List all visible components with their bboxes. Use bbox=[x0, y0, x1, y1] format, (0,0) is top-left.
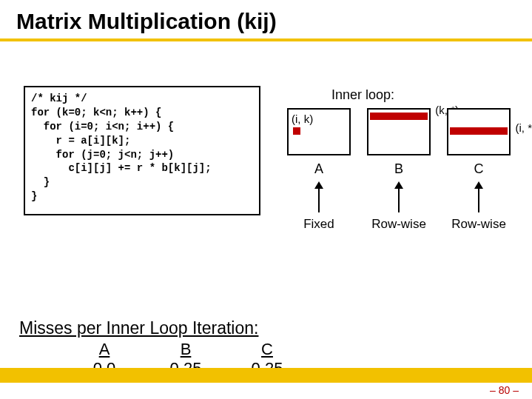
fixed-dot-icon bbox=[293, 127, 300, 135]
row-band-icon bbox=[450, 127, 508, 135]
matrix-a-block: (i, k) A Fixed bbox=[287, 108, 351, 232]
matrix-a-name: A bbox=[287, 161, 351, 177]
arrow-up-icon bbox=[318, 183, 320, 212]
matrix-a-pattern: Fixed bbox=[287, 217, 351, 232]
misses-title: Misses per Inner Loop Iteration: bbox=[19, 318, 308, 338]
matrix-c-name: C bbox=[447, 161, 511, 177]
matrix-a: (i, k) bbox=[287, 108, 351, 155]
content-area: /* kij */ for (k=0; k<n; k++) { for (i=0… bbox=[0, 41, 532, 78]
misses-header-row: A B C bbox=[64, 340, 308, 359]
row-band-icon bbox=[370, 113, 428, 120]
matrix-b-name: B bbox=[367, 161, 431, 177]
matrices-row: (i, k) A Fixed (k, *) B Row-wise (i, *) … bbox=[287, 108, 511, 232]
page-number: – 80 – bbox=[490, 384, 519, 396]
matrix-c-coord: (i, *) bbox=[516, 121, 533, 134]
footer-bar bbox=[0, 368, 532, 383]
matrix-b-block: (k, *) B Row-wise bbox=[367, 108, 431, 232]
inner-loop-label: Inner loop: bbox=[331, 87, 394, 103]
code-box: /* kij */ for (k=0; k<n; k++) { for (i=0… bbox=[24, 86, 260, 215]
matrix-b: (k, *) bbox=[367, 108, 431, 155]
arrow-up-icon bbox=[478, 183, 479, 212]
misses-header: A bbox=[64, 340, 145, 359]
matrix-c-pattern: Row-wise bbox=[447, 217, 511, 232]
arrow-up-icon bbox=[398, 183, 400, 212]
matrix-a-coord: (i, k) bbox=[292, 113, 313, 125]
matrix-c: (i, *) bbox=[447, 108, 511, 155]
matrix-b-pattern: Row-wise bbox=[367, 217, 431, 232]
slide-title: Matrix Multiplication (kij) bbox=[0, 0, 532, 38]
misses-header: C bbox=[226, 340, 308, 359]
misses-header: B bbox=[145, 340, 226, 359]
matrix-c-block: (i, *) C Row-wise bbox=[447, 108, 511, 232]
